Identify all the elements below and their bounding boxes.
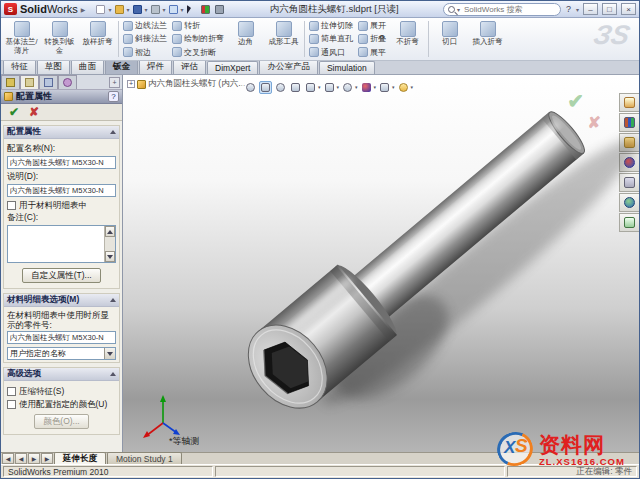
forming-tool-button[interactable]: 成形工具 bbox=[265, 19, 302, 59]
search-input[interactable] bbox=[462, 4, 556, 15]
graphics-viewport[interactable]: + 内六角圆柱头螺钉 (内六... ▾ ▾ ▾ ▾ ▾ ▾ ✔ ✘ bbox=[123, 75, 639, 452]
color-button[interactable]: 颜色(O)... bbox=[34, 414, 88, 429]
undo-button[interactable] bbox=[167, 3, 180, 15]
command-manager-ribbon: 基体法兰/薄片 转换到钣金 放样折弯 边线法兰 斜接法兰 褶边 转折 绘制的折弯… bbox=[1, 18, 639, 61]
featuremanager-tab[interactable] bbox=[1, 75, 20, 89]
save-caret[interactable]: ▾ bbox=[145, 6, 148, 13]
options-button[interactable] bbox=[213, 3, 226, 15]
undo-caret[interactable]: ▾ bbox=[181, 6, 184, 13]
pm-help-button[interactable]: ? bbox=[108, 91, 119, 102]
config-color-row: 使用配置指定的颜色(U) bbox=[7, 400, 116, 409]
new-caret[interactable]: ▾ bbox=[108, 6, 111, 13]
dropdown-button[interactable] bbox=[104, 348, 115, 359]
insert-bends-button[interactable]: 插入折弯 bbox=[469, 19, 506, 59]
extruded-cut-button[interactable]: 拉伸切除 bbox=[309, 20, 353, 32]
propertymanager-tab[interactable] bbox=[20, 75, 39, 89]
cross-break-button[interactable]: 交叉折断 bbox=[172, 46, 224, 58]
name-source-dropdown[interactable]: 用户指定的名称 bbox=[7, 347, 116, 360]
use-in-bom-checkbox[interactable] bbox=[7, 201, 16, 210]
previous-tab-button[interactable]: ◀ bbox=[15, 453, 27, 464]
last-tab-button[interactable]: ▶ bbox=[41, 453, 53, 464]
jog-button[interactable]: 转折 bbox=[172, 20, 224, 32]
miter-flange-button[interactable]: 斜接法兰 bbox=[123, 33, 167, 45]
sketched-bend-button[interactable]: 绘制的折弯 bbox=[172, 33, 224, 45]
new-document-button[interactable] bbox=[94, 3, 107, 15]
flatten-button[interactable]: 展平 bbox=[358, 46, 386, 58]
configuration-name-input[interactable] bbox=[7, 156, 116, 169]
no-bends-button[interactable]: 不折弯 bbox=[389, 19, 426, 59]
lofted-bend-button[interactable]: 放样折弯 bbox=[79, 19, 116, 59]
next-tab-button[interactable]: ▶ bbox=[28, 453, 40, 464]
print-button[interactable] bbox=[149, 3, 162, 15]
document-title: 内六角圆柱头螺钉.sldprt [只读] bbox=[229, 3, 440, 16]
configuration-manager-icon bbox=[44, 78, 53, 87]
save-button[interactable] bbox=[131, 3, 144, 15]
config-color-checkbox[interactable] bbox=[7, 400, 16, 409]
edge-flange-button[interactable]: 边线法兰 bbox=[123, 20, 167, 32]
motion-study-tab[interactable]: Motion Study 1 bbox=[107, 452, 182, 464]
help-caret[interactable]: ▾ bbox=[576, 6, 579, 13]
description-input[interactable] bbox=[7, 184, 116, 197]
rip-button[interactable]: 切口 bbox=[431, 19, 468, 59]
screw-model[interactable] bbox=[123, 75, 639, 452]
tab-sheetmetal[interactable]: 钣金 bbox=[105, 59, 138, 74]
close-button[interactable]: × bbox=[621, 3, 636, 15]
maximize-button[interactable]: □ bbox=[602, 3, 617, 15]
scroll-up-button[interactable] bbox=[105, 226, 115, 237]
configurationmanager-tab[interactable] bbox=[39, 75, 58, 89]
tab-weldments[interactable]: 焊件 bbox=[139, 59, 172, 74]
tab-dimxpert[interactable]: DimXpert bbox=[207, 61, 258, 74]
collapse-chevron-icon bbox=[110, 130, 116, 134]
minimize-button[interactable]: – bbox=[583, 3, 598, 15]
cancel-button[interactable]: ✘ bbox=[29, 105, 39, 119]
menu-expand-caret[interactable]: ▶ bbox=[81, 6, 86, 13]
help-button[interactable]: ? bbox=[564, 4, 573, 14]
open-caret[interactable]: ▾ bbox=[127, 6, 130, 13]
fold-icon bbox=[358, 34, 368, 44]
comment-textarea[interactable] bbox=[8, 226, 104, 262]
fold-button[interactable]: 折叠 bbox=[358, 33, 386, 45]
quick-access-toolbar: ▾ ▾ ▾ ▾ ▾ bbox=[94, 3, 225, 15]
unfold-button[interactable]: 展开 bbox=[358, 20, 386, 32]
suppress-features-checkbox[interactable] bbox=[7, 387, 16, 396]
forming-tool-icon bbox=[276, 21, 292, 37]
watermark-x: X bbox=[504, 438, 515, 458]
rebuild-button[interactable] bbox=[199, 3, 212, 15]
bom-options-group-header[interactable]: 材料明细表选项(M) bbox=[4, 294, 119, 307]
ok-button[interactable]: ✔ bbox=[9, 105, 19, 119]
tab-features[interactable]: 特征 bbox=[3, 59, 36, 74]
tab-office-products[interactable]: 办公室产品 bbox=[259, 59, 318, 74]
comment-scrollbar[interactable] bbox=[104, 226, 115, 262]
part-number-input[interactable] bbox=[7, 331, 116, 344]
site-watermark: X S 资料网 ZL.XS1616.COM bbox=[495, 426, 637, 474]
base-flange-button[interactable]: 基体法兰/薄片 bbox=[3, 19, 40, 59]
dimxpertmanager-tab[interactable] bbox=[58, 75, 77, 89]
tab-simulation[interactable]: Simulation bbox=[319, 61, 375, 74]
search-box[interactable]: ▾ bbox=[443, 3, 561, 16]
vent-button[interactable]: 通风口 bbox=[309, 46, 353, 58]
hem-button[interactable]: 褶边 bbox=[123, 46, 167, 58]
configuration-properties-group-header[interactable]: 配置属性 bbox=[4, 126, 119, 139]
advanced-options-group-header[interactable]: 高级选项 bbox=[4, 368, 119, 381]
panel-expand-button[interactable]: + bbox=[109, 77, 120, 88]
corners-button[interactable]: 边角 bbox=[227, 19, 264, 59]
tab-surfaces[interactable]: 曲面 bbox=[71, 59, 104, 74]
app-name[interactable]: SolidWorks bbox=[20, 3, 78, 15]
custom-properties-button[interactable]: 自定义属性(T)... bbox=[22, 268, 100, 283]
configuration-properties-group: 配置属性 配置名称(N): 说明(D): 用于材料明细表中 备注(C): bbox=[3, 125, 120, 289]
print-caret[interactable]: ▾ bbox=[163, 6, 166, 13]
solidworks-logo-icon[interactable]: S bbox=[4, 3, 17, 15]
tab-sketch[interactable]: 草图 bbox=[37, 59, 70, 74]
sketched-bend-icon bbox=[172, 34, 182, 44]
first-tab-button[interactable]: ◀ bbox=[2, 453, 14, 464]
reference-triad bbox=[143, 395, 180, 438]
simple-hole-button[interactable]: 简单直孔 bbox=[309, 33, 353, 45]
search-scope-caret[interactable]: ▾ bbox=[457, 6, 460, 13]
model-tab[interactable]: 延伸长度 bbox=[54, 452, 106, 464]
corners-icon bbox=[238, 21, 254, 37]
scroll-down-button[interactable] bbox=[105, 251, 115, 262]
convert-to-sheetmetal-button[interactable]: 转换到钣金 bbox=[41, 19, 78, 59]
open-button[interactable] bbox=[113, 3, 126, 15]
select-button[interactable] bbox=[185, 3, 198, 15]
tab-evaluate[interactable]: 评估 bbox=[173, 59, 206, 74]
